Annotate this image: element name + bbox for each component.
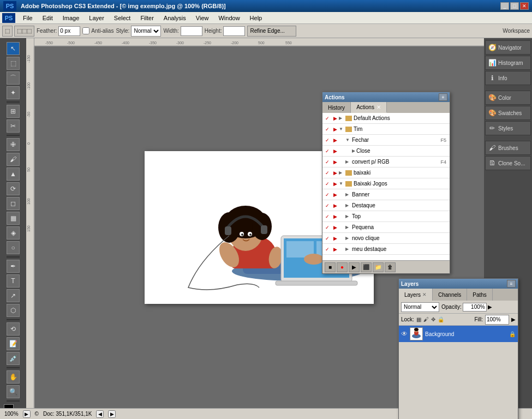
slice-tool[interactable]: ✂	[7, 119, 20, 133]
tab-layers[interactable]: Layers ✕	[399, 289, 433, 301]
selection-style-btn[interactable]: ⬚⬚⬚	[14, 26, 34, 37]
menu-analysis[interactable]: Analysis	[159, 14, 190, 22]
action-item-close[interactable]: ✓ ▶ ▶ Close	[322, 146, 450, 157]
clone-source-btn[interactable]: 🖻 Clone So...	[485, 156, 531, 170]
menu-view[interactable]: View	[192, 14, 213, 22]
layer-visibility-icon[interactable]: 👁	[401, 330, 408, 338]
feather-input[interactable]	[58, 26, 80, 36]
zoom-tool[interactable]: 🔍	[7, 385, 20, 398]
layers-tab-close[interactable]: ✕	[422, 292, 427, 297]
history-brush-tool[interactable]: ⟳	[7, 182, 20, 195]
pen-tool[interactable]: ✒	[7, 260, 20, 273]
tab-history[interactable]: History	[322, 102, 351, 113]
menu-filter[interactable]: Filter	[136, 14, 158, 22]
action-item-destaque[interactable]: ✓ ▶ ▶ Destaque	[322, 200, 450, 211]
move-tool[interactable]: ↖	[7, 42, 20, 55]
svg-text:-250: -250	[204, 41, 211, 45]
gradient-tool[interactable]: ▦	[7, 212, 20, 225]
brush-tool[interactable]: 🖌	[7, 153, 20, 166]
foreground-color[interactable]	[4, 404, 14, 408]
record-btn[interactable]: ●	[337, 262, 348, 272]
color-btn[interactable]: 🎨 Color	[485, 91, 531, 105]
anti-alias-checkbox[interactable]	[82, 27, 89, 34]
action-item-baixaki-jogos[interactable]: ✓ ▶ ▼ Baixaki Jogos	[322, 178, 450, 189]
menu-edit[interactable]: Edit	[38, 14, 57, 22]
play-btn[interactable]: ▶	[349, 262, 360, 272]
marquee-tool[interactable]: ⬚	[7, 57, 20, 70]
lasso-tool[interactable]: ⌒	[7, 71, 20, 85]
blend-mode-select[interactable]: Normal	[401, 302, 439, 312]
action-item-novo-clique[interactable]: ✓ ▶ ▶ novo clique	[322, 233, 450, 244]
notes-tool[interactable]: 📝	[7, 337, 20, 350]
menu-file[interactable]: File	[19, 14, 37, 22]
actions-tab-close[interactable]: ✕	[376, 104, 381, 110]
refine-edge-btn[interactable]: Refine Edge...	[247, 26, 296, 37]
layer-row-background[interactable]: 👁 Background 🔒	[399, 326, 518, 342]
lock-image-icon[interactable]: 🖌	[423, 316, 429, 322]
action-item-convert-rgb[interactable]: ✓ ▶ ▶ convert p/ RGB F4	[322, 157, 450, 167]
minimize-button[interactable]: _	[500, 2, 509, 10]
layers-panel: Layers ≡ Layers ✕ Channels Paths Normal …	[398, 278, 518, 419]
tab-paths[interactable]: Paths	[467, 289, 493, 301]
action-item-pequena[interactable]: ✓ ▶ ▶ Pequena	[322, 222, 450, 233]
layers-menu-btn[interactable]: ≡	[507, 280, 516, 288]
width-input[interactable]	[181, 26, 202, 36]
new-action-btn[interactable]: ⬛	[361, 262, 372, 272]
stop-btn[interactable]: ■	[325, 262, 336, 272]
dodge-tool[interactable]: ○	[7, 241, 20, 254]
navigator-btn[interactable]: 🧭 Navigator	[485, 40, 531, 55]
lock-transparency-icon[interactable]: ▦	[416, 316, 421, 322]
blur-tool[interactable]: ◈	[7, 226, 20, 240]
action-item-baixaki[interactable]: ✓ ▶ ▶ baixaki	[322, 167, 450, 178]
action-item-banner[interactable]: ✓ ▶ ▶ Banner	[322, 189, 450, 200]
3d-rotate-tool[interactable]: ⟲	[7, 322, 20, 336]
tab-actions[interactable]: Actions ✕	[351, 102, 387, 113]
menu-layer[interactable]: Layer	[85, 14, 109, 22]
height-input[interactable]	[223, 26, 245, 36]
eyedropper-tool[interactable]: 💉	[7, 352, 20, 365]
action-item-meu-destaque[interactable]: ✓ ▶ ▶ meu destaque	[322, 244, 450, 255]
selection-tool-btn[interactable]: ⬚	[2, 26, 13, 37]
scroll-left-btn[interactable]: ◀	[96, 410, 104, 418]
info-btn[interactable]: ℹ Info	[485, 71, 531, 85]
menu-window[interactable]: Window	[214, 14, 244, 22]
shape-tool[interactable]: ⬡	[7, 304, 20, 317]
eraser-tool[interactable]: ◻	[7, 197, 20, 210]
scroll-right-btn[interactable]: ▶	[108, 410, 116, 418]
text-tool[interactable]: T	[7, 274, 20, 288]
healing-tool[interactable]: ✙	[7, 138, 20, 151]
crop-tool[interactable]: ⊞	[7, 105, 20, 118]
magic-wand-tool[interactable]: ✦	[7, 86, 20, 99]
action-item-fechar[interactable]: ✓ ▶ ▼ Fechar F5	[322, 135, 450, 146]
new-set-btn[interactable]: 📁	[373, 262, 384, 272]
actions-menu-btn[interactable]: ≡	[439, 93, 447, 101]
tab-channels[interactable]: Channels	[433, 289, 467, 301]
menu-select[interactable]: Select	[110, 14, 135, 22]
menu-help[interactable]: Help	[246, 14, 267, 22]
delete-btn[interactable]: 🗑	[385, 262, 396, 272]
title-bar: PS Adobe Photoshop CS3 Extended - [© img…	[0, 0, 532, 12]
svg-rect-31	[276, 281, 357, 285]
brushes-icon: 🖌	[488, 143, 497, 152]
menu-image[interactable]: Image	[58, 14, 84, 22]
opacity-input[interactable]	[463, 303, 487, 312]
action-item-default-actions[interactable]: ✓ ▶ ▶ Default Actions	[322, 113, 450, 124]
histogram-btn[interactable]: 📊 Histogram	[485, 56, 531, 70]
status-menu-btn[interactable]: ▶	[23, 410, 31, 418]
lock-position-icon[interactable]: ✥	[431, 316, 435, 322]
action-item-tim[interactable]: ✓ ▶ ▼ Tim	[322, 124, 450, 135]
action-item-top[interactable]: ✓ ▶ ▶ Top	[322, 211, 450, 222]
opacity-arrow[interactable]: ▶	[488, 304, 492, 310]
fill-input[interactable]	[485, 315, 509, 325]
fill-arrow[interactable]: ▶	[511, 316, 516, 322]
lock-all-icon[interactable]: 🔒	[438, 316, 444, 322]
path-selection-tool[interactable]: ↗	[7, 289, 20, 302]
styles-btn[interactable]: ✏ Styles	[485, 121, 531, 135]
close-button[interactable]: ✕	[520, 2, 529, 10]
brushes-btn[interactable]: 🖌 Brushes	[485, 141, 531, 155]
stamp-tool[interactable]: ▲	[7, 167, 20, 181]
hand-tool[interactable]: ✋	[7, 370, 20, 384]
restore-button[interactable]: □	[510, 2, 519, 10]
swatches-btn[interactable]: 🎨 Swatches	[485, 106, 531, 120]
style-select[interactable]: Normal	[131, 26, 161, 37]
